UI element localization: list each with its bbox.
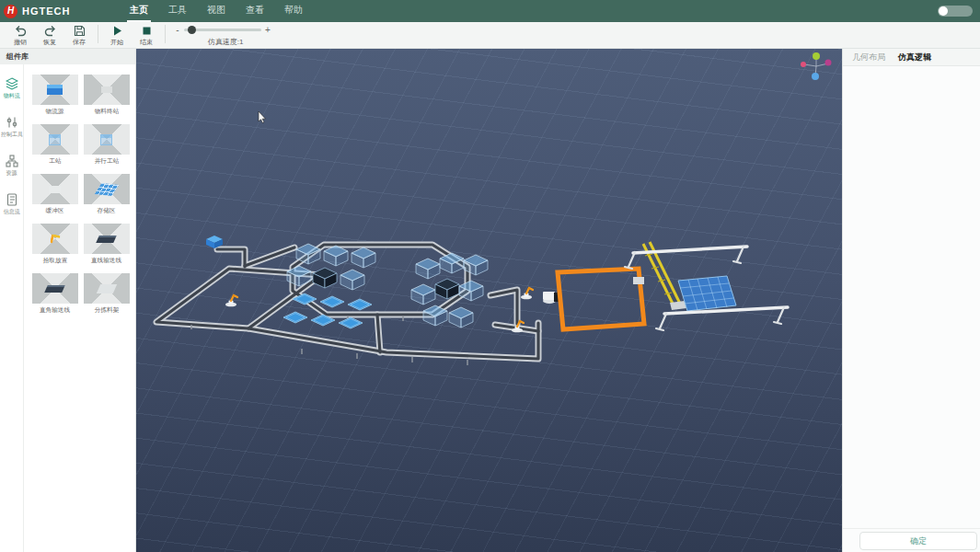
category-material-flow[interactable]: 物料流 [0, 77, 24, 100]
redo-button[interactable]: 恢复 [35, 24, 64, 47]
pale-rack-icon [96, 284, 116, 293]
redo-icon [43, 24, 57, 38]
menu-help[interactable]: 帮助 [282, 0, 306, 22]
axis-gizmo[interactable] [801, 52, 832, 80]
mouse-cursor-icon [259, 111, 266, 123]
properties-panel: 几何布局 仿真逻辑 确定 [842, 49, 980, 552]
menu-view[interactable]: 视图 [204, 0, 228, 22]
speed-slider-knob[interactable] [188, 26, 196, 34]
toggle-knob-icon [939, 6, 948, 16]
save-icon [73, 24, 86, 38]
palette-item-workstation[interactable]: 工站 [32, 124, 78, 166]
stop-icon [140, 24, 154, 38]
menu-inspect[interactable]: 查看 [243, 0, 267, 22]
category-information-flow[interactable]: 信息流 [0, 193, 24, 216]
speed-decrease-button[interactable]: - [175, 25, 180, 35]
save-button[interactable]: 保存 [64, 24, 94, 47]
confirm-button[interactable]: 确定 [859, 532, 977, 550]
resource-nodes-icon [6, 155, 18, 167]
hgtech-logo-icon: H [4, 5, 17, 18]
workstation-cubes-cluster[interactable] [287, 244, 375, 290]
document-icon [6, 193, 18, 206]
factory-scene [136, 49, 842, 552]
brand-name: HGTECH [22, 6, 70, 17]
blue-box-icon [47, 85, 63, 95]
palette-item-material-end[interactable]: 物料终站 [84, 75, 130, 116]
top-menu-bar: H HGTECH 主页 工具 视图 查看 帮助 [0, 0, 980, 22]
tab-geometry-layout[interactable]: 几何布局 [852, 52, 885, 63]
blue-grid-pallet[interactable] [678, 276, 736, 311]
palette-item-storage[interactable]: 存储区 [84, 174, 130, 215]
layers-icon [6, 77, 18, 90]
blue-cube-icon [100, 134, 112, 145]
dark-conveyor-icon [44, 285, 65, 293]
palette-item-pick-place[interactable]: 拾取放置 [32, 224, 78, 265]
palette-item-sorting-rack[interactable]: 分拣料架 [84, 273, 130, 315]
category-control-tools[interactable]: 控制工具 [0, 116, 24, 139]
brand: H HGTECH [4, 5, 70, 18]
palette-item-parallel-workstation[interactable]: 并行工站 [84, 124, 130, 166]
robot-arm[interactable] [521, 287, 533, 299]
topbar-toggle[interactable] [938, 6, 973, 17]
axis-neg-dot [825, 60, 832, 66]
menu-home[interactable]: 主页 [127, 0, 151, 22]
palette-item-buffer[interactable]: 缓冲区 [32, 174, 78, 215]
orange-fence[interactable] [558, 269, 644, 329]
category-resources[interactable]: 资源 [0, 155, 24, 178]
menu-tools[interactable]: 工具 [166, 0, 190, 22]
gray-box-icon [101, 86, 112, 93]
viewport-3d-scene[interactable] [136, 49, 842, 552]
axis-x-dot [801, 62, 806, 67]
storage-panels-cluster[interactable] [283, 293, 372, 328]
palette-item-straight-conveyor[interactable]: 直线输送线 [84, 224, 130, 265]
speed-label: 仿真速度:1 [175, 37, 276, 47]
panel-footer: 确定 [843, 528, 980, 552]
speed-increase-button[interactable]: + [265, 25, 271, 35]
sidebar-header: 组件库 [0, 49, 135, 64]
undo-button[interactable]: 撤销 [6, 24, 35, 47]
robot-arm[interactable] [225, 294, 237, 306]
toolbar: 撤销 恢复 保存 开始 结束 - + [0, 22, 980, 49]
control-tools-icon [6, 116, 18, 129]
toolbar-separator [98, 25, 98, 43]
axis-y-dot [813, 52, 820, 60]
category-strip: 物料流 控制工具 资源 信息流 [0, 64, 24, 552]
axis-z-dot [812, 73, 819, 80]
dark-conveyor-icon [96, 236, 117, 243]
component-palette: 物流源 物料终站 工站 并行工站 缓冲区 存储区 拾取放置 直线输送线 [25, 64, 135, 552]
toolbar-separator [165, 25, 166, 43]
blue-grid-icon [94, 182, 118, 195]
main-menu: 主页 工具 视图 查看 帮助 [127, 0, 306, 22]
rail-bracket [633, 277, 644, 284]
stop-button[interactable]: 结束 [132, 24, 161, 47]
palette-item-right-angle-conveyor[interactable]: 直角输送线 [32, 273, 78, 315]
start-button[interactable]: 开始 [102, 24, 132, 47]
panel-tabs: 几何布局 仿真逻辑 [843, 49, 980, 66]
robot-arm-icon [50, 234, 61, 245]
play-icon [110, 24, 124, 38]
palette-item-source[interactable]: 物流源 [32, 75, 78, 116]
component-library-sidebar: 组件库 物料流 控制工具 资源 [0, 49, 136, 552]
undo-icon [14, 24, 28, 38]
speed-slider[interactable] [184, 29, 261, 31]
simulation-speed-control: - + 仿真速度:1 [175, 25, 276, 47]
tab-simulation-logic[interactable]: 仿真逻辑 [898, 52, 931, 63]
pale-box-icon [49, 186, 61, 193]
blue-cube-icon [49, 134, 61, 145]
